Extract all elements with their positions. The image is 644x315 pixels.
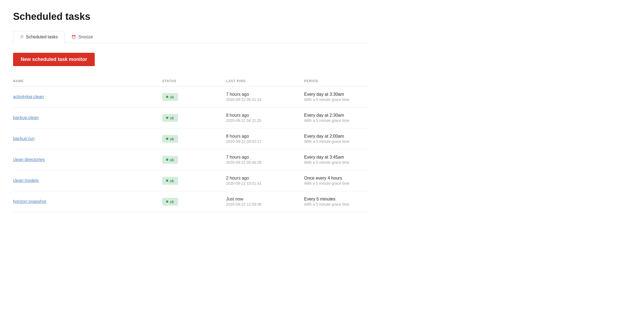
period-main: Every 5 minutes <box>304 197 368 202</box>
period-sub: With a 5 minute grace time <box>304 181 368 186</box>
last-ping-relative: 8 hours ago <box>226 134 304 139</box>
last-ping-timestamp: 2020-09-22 12:59:36 <box>226 202 304 206</box>
task-link[interactable]: backup:run <box>13 136 35 141</box>
last-ping-relative: 7 hours ago <box>226 155 304 160</box>
last-ping-relative: 7 hours ago <box>226 92 304 97</box>
page-container: Scheduled tasks ⏱ Scheduled tasks ⏰ Snoo… <box>0 0 381 223</box>
new-monitor-button[interactable]: New scheduled task monitor <box>13 53 95 66</box>
period-main: Every day at 2:30am <box>304 113 368 118</box>
table-row: backup:clean ok 8 hours ago 2020-09-22 0… <box>13 107 368 128</box>
col-header-lastping: LAST PING <box>226 77 304 87</box>
snooze-icon: ⏰ <box>71 35 76 39</box>
last-ping-timestamp: 2020-09-22 05:31:24 <box>226 97 304 102</box>
table-header-row: NAME STATUS LAST PING PERIOD <box>13 77 368 87</box>
status-dot <box>166 180 168 182</box>
status-text: ok <box>170 158 174 162</box>
col-header-status: STATUS <box>162 77 226 87</box>
page-title: Scheduled tasks <box>13 11 368 22</box>
task-link[interactable]: activitylog:clean <box>13 94 44 99</box>
table-row: backup:run ok 8 hours ago 2020-09-22 04:… <box>13 128 368 149</box>
col-header-name: NAME <box>13 77 162 87</box>
last-ping-timestamp: 2020-09-22 04:31:25 <box>226 118 304 123</box>
status-dot <box>166 159 168 161</box>
tasks-table: NAME STATUS LAST PING PERIOD activitylog… <box>13 77 368 212</box>
tab-snooze-label: Snooze <box>78 35 93 39</box>
period-main: Once every 4 hours <box>304 176 368 181</box>
last-ping-relative: Just now <box>226 197 304 202</box>
period-main: Every day at 2:00am <box>304 134 368 139</box>
status-badge: ok <box>162 198 178 206</box>
clock-icon: ⏱ <box>20 35 24 39</box>
table-row: clean:directories ok 7 hours ago 2020-09… <box>13 149 368 170</box>
table-row: horizon:snapshot ok Just now 2020-09-22 … <box>13 191 368 212</box>
last-ping-timestamp: 2020-09-22 05:46:26 <box>226 160 304 165</box>
tab-scheduled-tasks-label: Scheduled tasks <box>26 35 58 39</box>
tab-snooze[interactable]: ⏰ Snooze <box>65 31 100 43</box>
period-sub: With a 5 minute grace time <box>304 97 368 102</box>
tabs-bar: ⏱ Scheduled tasks ⏰ Snooze <box>13 31 368 43</box>
task-link[interactable]: horizon:snapshot <box>13 199 46 204</box>
task-link[interactable]: backup:clean <box>13 115 39 120</box>
status-dot <box>166 200 168 203</box>
status-badge: ok <box>162 135 178 143</box>
last-ping-timestamp: 2020-09-22 10:01:41 <box>226 181 304 186</box>
table-row: activitylog:clean ok 7 hours ago 2020-09… <box>13 87 368 107</box>
tab-scheduled-tasks[interactable]: ⏱ Scheduled tasks <box>13 31 65 43</box>
status-text: ok <box>170 137 174 141</box>
period-sub: With a 5 minute grace time <box>304 202 368 206</box>
task-link[interactable]: clean:directories <box>13 157 45 162</box>
period-main: Every day at 3:45am <box>304 155 368 160</box>
last-ping-timestamp: 2020-09-22 04:02:17 <box>226 139 304 144</box>
status-dot <box>166 138 168 140</box>
period-sub: With a 5 minute grace time <box>304 160 368 165</box>
status-badge: ok <box>162 93 178 101</box>
task-link[interactable]: clean:models <box>13 178 39 183</box>
last-ping-relative: 8 hours ago <box>226 113 304 118</box>
status-dot <box>166 117 168 119</box>
status-text: ok <box>170 95 174 99</box>
period-sub: With a 5 minute grace time <box>304 118 368 123</box>
status-badge: ok <box>162 114 178 122</box>
status-text: ok <box>170 178 174 183</box>
table-row: clean:models ok 2 hours ago 2020-09-22 1… <box>13 170 368 191</box>
status-badge: ok <box>162 156 178 164</box>
status-dot <box>166 96 168 98</box>
status-text: ok <box>170 116 174 120</box>
period-main: Every day at 3:30am <box>304 92 368 97</box>
status-text: ok <box>170 199 174 204</box>
status-badge: ok <box>162 177 178 185</box>
last-ping-relative: 2 hours ago <box>226 176 304 181</box>
period-sub: With a 5 minute grace time <box>304 139 368 144</box>
col-header-period: PERIOD <box>304 77 368 87</box>
